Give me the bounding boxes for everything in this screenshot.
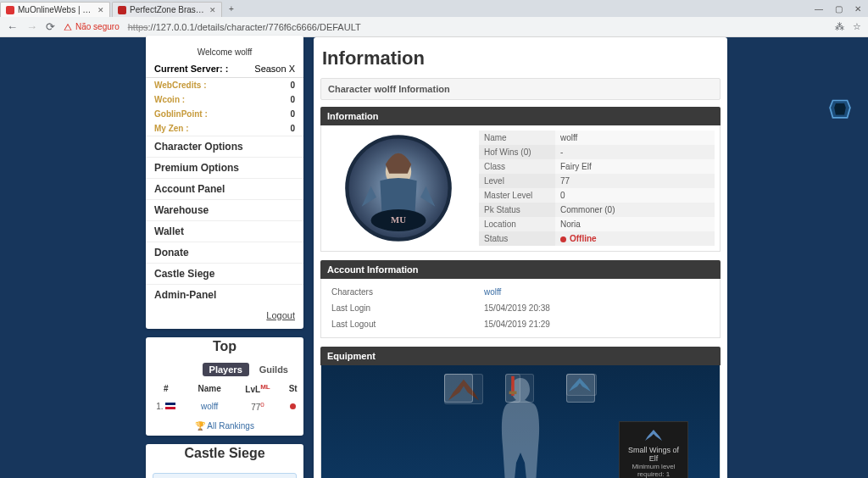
account-row: Last Logout15/04/2019 21:29 <box>326 316 715 332</box>
menu-item[interactable]: Wallet <box>146 220 303 242</box>
player-link[interactable]: wolff <box>201 402 218 411</box>
col-rank: # <box>146 380 186 397</box>
info-row: Master Level0 <box>479 188 715 203</box>
table-row: 1. wolff 770 <box>146 397 303 415</box>
info-row: Namewolff <box>479 131 715 145</box>
tab-title: MuOnlineWebs | New Powerful! <box>18 5 92 14</box>
tab-title: PerfectZone Brasil Forums <box>130 5 204 14</box>
url-display[interactable]: https://127.0.0.1/details/character/776f… <box>128 22 361 32</box>
close-window-icon[interactable]: ✕ <box>854 4 861 14</box>
menu-item[interactable]: Admin-Panel <box>146 284 303 305</box>
new-tab-button[interactable]: + <box>229 4 234 14</box>
menu-item[interactable]: Castle Siege <box>146 263 303 284</box>
translate-icon[interactable]: ⁂ <box>835 21 844 32</box>
credit-row: WebCredits :0 <box>146 78 303 92</box>
col-name: Name <box>186 380 233 397</box>
tab-players[interactable]: Players <box>203 363 249 376</box>
favicon <box>6 6 14 14</box>
info-row: Level77 <box>479 174 715 188</box>
section-head: Information <box>320 107 721 125</box>
logout-link[interactable]: Logout <box>266 310 295 320</box>
account-info-section: Account Information CharacterswolffLast … <box>320 260 721 338</box>
panel-title: Top <box>146 334 303 356</box>
browser-tab-bar: MuOnlineWebs | New Powerful! ✕ PerfectZo… <box>0 0 868 17</box>
address-bar: ← → ⟳ Não seguro https://127.0.0.1/detai… <box>0 17 868 37</box>
menu-item[interactable]: Premium Options <box>146 157 303 178</box>
svg-rect-7 <box>509 392 517 395</box>
menu-item[interactable]: Donate <box>146 242 303 263</box>
favicon <box>118 6 126 14</box>
info-row: Pk StatusCommoner (0) <box>479 203 715 217</box>
credit-row: Wcoin :0 <box>146 92 303 107</box>
info-row: LocationNoria <box>479 217 715 231</box>
section-head: Account Information <box>320 260 721 279</box>
top-rankings-widget: Top Players Guilds # Name LvLML St 1. wo… <box>146 337 303 436</box>
info-row: Hof Wins (0)- <box>479 145 715 159</box>
menu-item[interactable]: Account Panel <box>146 178 303 199</box>
minimize-icon[interactable]: — <box>815 4 823 14</box>
bookmark-icon[interactable]: ☆ <box>853 21 861 32</box>
forward-button[interactable]: → <box>26 20 37 33</box>
tab-guilds[interactable]: Guilds <box>253 363 295 376</box>
sub-banner: Character wolff Information <box>320 78 721 100</box>
close-icon[interactable]: ✕ <box>97 6 104 14</box>
server-label: Current Server: : <box>154 64 228 74</box>
menu-item[interactable]: Character Options <box>146 136 303 157</box>
info-message: i Castle Siege not owned! <box>153 473 297 478</box>
status-dot <box>290 403 296 409</box>
info-row: ClassFairy Elf <box>479 159 715 174</box>
rank-table: # Name LvLML St 1. wolff 770 <box>146 380 303 416</box>
welcome-text: Welcome wolff <box>146 44 303 62</box>
account-panel-widget: Welcome wolff Current Server: : Season X… <box>146 36 303 329</box>
close-icon[interactable]: ✕ <box>209 6 216 14</box>
insecure-badge[interactable]: Não seguro <box>64 22 120 31</box>
info-row: StatusOffline <box>479 231 715 246</box>
server-row: Current Server: : Season X <box>146 62 303 78</box>
back-button[interactable]: ← <box>7 20 18 33</box>
castle-siege-widget: Castle Siege i Castle Siege not owned! <box>146 444 303 478</box>
character-image: MU <box>326 131 470 246</box>
account-row: Last Login15/04/2019 20:38 <box>326 300 715 316</box>
svg-marker-1 <box>834 103 846 115</box>
col-status: St <box>282 380 303 397</box>
equip-slot[interactable] <box>566 374 595 403</box>
char-link[interactable]: wolff <box>484 287 501 297</box>
credit-row: My Zen :0 <box>146 121 303 136</box>
information-section: Information <box>320 107 721 252</box>
page-body: Welcome wolff Current Server: : Season X… <box>0 37 868 478</box>
side-badge-icon[interactable] <box>826 93 854 122</box>
account-row: Characterswolff <box>326 284 715 300</box>
section-head: Equipment <box>320 347 721 365</box>
weapon-icon <box>506 375 520 400</box>
svg-text:MU: MU <box>391 214 406 225</box>
equip-slot[interactable] <box>444 374 473 403</box>
equipment-section: Equipment <box>320 347 721 478</box>
col-lvl: LvLML <box>233 380 283 397</box>
window-controls: — ▢ ✕ <box>815 4 868 14</box>
credit-row: GoblinPoint :0 <box>146 107 303 121</box>
server-value: Season X <box>254 64 295 74</box>
equipment-mannequin: Small Wings of Elf Minimum level require… <box>444 374 597 478</box>
wings-icon <box>643 427 664 442</box>
insecure-label: Não seguro <box>75 22 120 31</box>
equip-slot[interactable] <box>505 374 520 403</box>
browser-tab[interactable]: MuOnlineWebs | New Powerful! ✕ <box>0 2 110 17</box>
page-title: Information <box>320 44 721 78</box>
reload-button[interactable]: ⟳ <box>46 20 55 33</box>
main-panel: Information Character wolff Information … <box>314 37 727 478</box>
menu-item[interactable]: Warehouse <box>146 199 303 220</box>
all-rankings-link[interactable]: All Rankings <box>207 421 254 431</box>
item-tooltip: Small Wings of Elf Minimum level require… <box>619 421 688 478</box>
browser-tab[interactable]: PerfectZone Brasil Forums ✕ <box>112 2 222 17</box>
panel-title: Castle Siege <box>146 441 303 463</box>
flag-icon <box>165 403 175 409</box>
warning-icon <box>64 23 72 31</box>
maximize-icon[interactable]: ▢ <box>835 4 843 14</box>
panel-title <box>146 32 303 41</box>
